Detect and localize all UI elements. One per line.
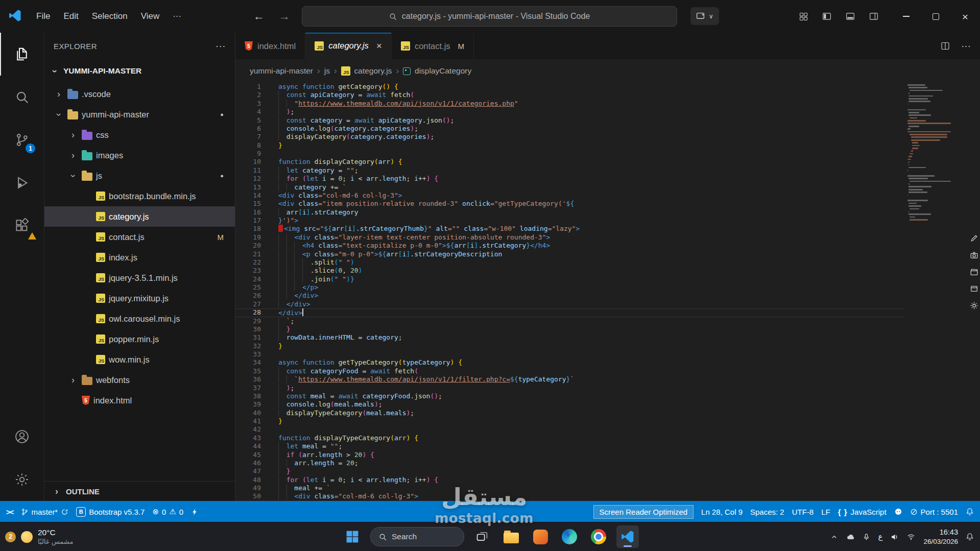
line-number[interactable]: 4 <box>235 108 261 116</box>
line-number[interactable]: 13 <box>235 183 261 191</box>
nav-forward-icon[interactable]: → <box>279 0 290 33</box>
git-branch-status[interactable]: master* <box>21 508 69 516</box>
clock[interactable]: 16:43 26/03/2026 <box>923 528 958 546</box>
tree-item-jquery.mixitup.js[interactable]: JSjquery.mixitup.js <box>44 288 235 308</box>
line-number[interactable]: 44 <box>235 442 261 450</box>
code-line-50[interactable]: 50 <div class="col-md-6 col-lg-3"> <box>235 492 903 500</box>
workspace-section-header[interactable]: › YUMMI-API-MASTER <box>44 59 235 83</box>
editor-grid-icon[interactable] <box>799 12 808 21</box>
menu-selection[interactable]: Selection <box>85 7 134 26</box>
tree-item-owl.carousel.min.js[interactable]: JSowl.carousel.min.js <box>44 308 235 329</box>
run-debug-icon[interactable] <box>0 161 44 204</box>
code-line-31[interactable]: 31 rowData.innerHTML = category; <box>235 333 903 342</box>
line-number[interactable]: 7 <box>235 133 261 141</box>
code-line-28[interactable]: 28</div> <box>235 308 903 317</box>
code-editor[interactable]: 1async function getCategory() {2 const a… <box>235 83 980 501</box>
code-line-37[interactable]: 37 ); <box>235 384 903 392</box>
toggle-secondary-sidebar-icon[interactable] <box>869 12 878 21</box>
code-line-42[interactable]: 42 <box>235 425 903 434</box>
code-line-19[interactable]: 19 <div class="layer-item text-center po… <box>235 233 903 242</box>
line-number[interactable]: 43 <box>235 434 261 442</box>
remote-indicator[interactable]: >< <box>6 508 13 516</box>
cursor-position[interactable]: Ln 28, Col 9 <box>701 508 743 516</box>
language-indicator[interactable]: ع <box>878 532 882 541</box>
chevron-down-icon[interactable]: › <box>68 171 79 181</box>
line-number[interactable]: 49 <box>235 484 261 492</box>
minimap[interactable] <box>907 84 966 222</box>
chevron-right-icon[interactable]: › <box>68 150 78 161</box>
line-number[interactable]: 16 <box>235 208 261 217</box>
tray-chevron-up-icon[interactable] <box>830 533 838 541</box>
mic-icon[interactable] <box>863 533 870 541</box>
line-number[interactable]: 23 <box>235 267 261 275</box>
app-icon-orange[interactable] <box>529 525 552 548</box>
menu-view[interactable]: View <box>134 7 166 26</box>
eol-status[interactable]: LF <box>821 508 830 516</box>
copilot-menu-button[interactable]: ∨ <box>690 7 719 25</box>
source-control-icon[interactable]: 1 <box>0 118 44 161</box>
tab-contact.js[interactable]: JScontact.jsM <box>392 33 474 59</box>
line-number[interactable]: 19 <box>235 233 261 242</box>
code-line-1[interactable]: 1async function getCategory() { <box>235 83 903 91</box>
line-number[interactable]: 26 <box>235 292 261 300</box>
line-number[interactable]: 15 <box>235 200 261 208</box>
code-line-41[interactable]: 41} <box>235 417 903 425</box>
code-line-7[interactable]: 7 displayCategory(category.categories); <box>235 133 903 141</box>
code-line-46[interactable]: 46 arr.length = 20; <box>235 459 903 467</box>
bootstrap-status[interactable]: B Bootstrap v5.3.7 <box>76 507 145 517</box>
code-line-12[interactable]: 12 for (let i = 0; i < arr.length; i++) … <box>235 175 903 183</box>
screen-reader-chip[interactable]: Screen Reader Optimized <box>593 505 694 519</box>
code-line-4[interactable]: 4 ); <box>235 108 903 116</box>
tree-item-index.js[interactable]: JSindex.js <box>44 247 235 268</box>
code-line-39[interactable]: 39 console.log(meal.meals); <box>235 400 903 409</box>
tree-item-jquery-3.5.1.min.js[interactable]: JSjquery-3.5.1.min.js <box>44 268 235 288</box>
code-line-47[interactable]: 47 } <box>235 467 903 475</box>
line-number[interactable]: 25 <box>235 283 261 292</box>
tree-item-index.html[interactable]: 5index.html <box>44 390 235 411</box>
code-line-43[interactable]: 43function displayTypeCategory(arr) { <box>235 434 903 442</box>
code-line-35[interactable]: 35 const categoryFood = await fetch( <box>235 367 903 375</box>
chevron-down-icon[interactable]: › <box>54 109 64 119</box>
code-line-22[interactable]: 22 .split(" ") <box>235 258 903 267</box>
tree-item-yummi-api-master[interactable]: ›yummi-api-master● <box>44 104 235 125</box>
code-line-25[interactable]: 25 </p> <box>235 283 903 292</box>
problems-status[interactable]: ⊗ 0 ⚠ 0 <box>152 507 183 516</box>
line-number[interactable]: 27 <box>235 300 261 308</box>
code-line-15[interactable]: 15<div class="item position-relative rou… <box>235 200 903 208</box>
gear-icon[interactable] <box>970 301 978 310</box>
code-line-13[interactable]: 13 category += ` <box>235 183 903 191</box>
tree-item-images[interactable]: ›images <box>44 145 235 165</box>
code-line-24[interactable]: 24 .join(" ")} <box>235 275 903 283</box>
code-line-34[interactable]: 34async function getTypeCategory(typeCat… <box>235 358 903 367</box>
line-number[interactable]: 24 <box>235 275 261 283</box>
breadcrumb-js[interactable]: js <box>324 66 330 76</box>
line-number[interactable]: 28 <box>235 308 261 317</box>
code-line-16[interactable]: 16 arr[i].strCategory <box>235 208 903 217</box>
toggle-sidebar-icon[interactable] <box>822 12 831 21</box>
line-number[interactable]: 11 <box>235 166 261 175</box>
line-number[interactable]: 20 <box>235 242 261 250</box>
line-number[interactable]: 2 <box>235 91 261 99</box>
line-number[interactable]: 47 <box>235 467 261 475</box>
code-line-36[interactable]: 36 `https://www.themealdb.com/api/json/v… <box>235 375 903 384</box>
code-line-27[interactable]: 27 </div> <box>235 300 903 308</box>
line-number[interactable]: 32 <box>235 342 261 350</box>
line-number[interactable]: 30 <box>235 325 261 333</box>
restore-button[interactable] <box>921 0 950 33</box>
vscode-logo-icon[interactable] <box>8 9 22 22</box>
code-line-49[interactable]: 49 meal += ` <box>235 484 903 492</box>
close-button[interactable]: × <box>950 0 980 33</box>
breadcrumb-category.js[interactable]: category.js <box>354 66 392 76</box>
settings-gear-icon[interactable] <box>0 458 44 501</box>
line-number[interactable]: 35 <box>235 367 261 375</box>
taskbar-search[interactable]: Search <box>370 527 464 546</box>
wifi-icon[interactable] <box>906 533 916 541</box>
explorer-view-icon[interactable] <box>0 33 44 76</box>
code-line-44[interactable]: 44 let meal = ""; <box>235 442 903 450</box>
vscode-taskbar-icon[interactable] <box>616 525 639 548</box>
code-line-14[interactable]: 14<div class="col-md-6 col-lg-3"> <box>235 191 903 200</box>
code-line-29[interactable]: 29 `; <box>235 317 903 325</box>
tree-item-bootstrap.bundle.min.js[interactable]: JSbootstrap.bundle.min.js <box>44 186 235 206</box>
line-number[interactable]: 33 <box>235 350 261 358</box>
line-number[interactable]: 17 <box>235 217 261 225</box>
